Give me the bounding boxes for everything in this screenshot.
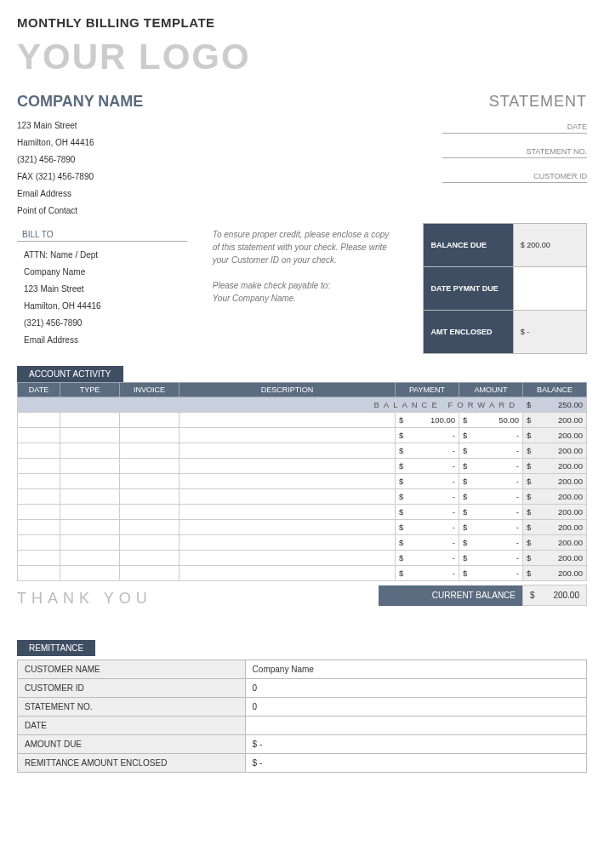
cell-type[interactable] <box>60 535 120 551</box>
cell-date[interactable] <box>18 428 60 443</box>
cell-invoice[interactable] <box>120 489 179 505</box>
remittance-value[interactable] <box>245 717 586 735</box>
cell-invoice[interactable] <box>120 413 179 428</box>
remittance-row: AMOUNT DUE$ - <box>18 735 587 754</box>
cell-description[interactable] <box>179 413 396 428</box>
cell-description[interactable] <box>179 443 396 459</box>
thank-you-text: THANK YOU <box>17 590 152 608</box>
cell-date[interactable] <box>18 413 60 428</box>
bill-to-header: BILL TO <box>17 228 187 242</box>
cell-description[interactable] <box>179 489 396 505</box>
amt-enclosed-label: AMT ENCLOSED <box>424 311 513 354</box>
cell-date[interactable] <box>18 520 60 535</box>
date-pymnt-due-label: DATE PYMNT DUE <box>424 267 513 311</box>
company-name-heading: COMPANY NAME <box>17 93 143 111</box>
cell-invoice[interactable] <box>120 520 179 535</box>
cell-invoice[interactable] <box>120 566 179 581</box>
cell-type[interactable] <box>60 505 120 520</box>
cell-description[interactable] <box>179 428 396 443</box>
cell-payment[interactable]: $- <box>396 459 459 474</box>
cell-amount[interactable]: $- <box>459 566 523 581</box>
cell-date[interactable] <box>18 551 60 566</box>
cell-amount[interactable]: $- <box>459 443 523 459</box>
balance-due-value: $ 200.00 <box>513 224 586 267</box>
cell-date[interactable] <box>18 566 60 581</box>
cell-amount[interactable]: $- <box>459 535 523 551</box>
remittance-table: CUSTOMER NAMECompany NameCUSTOMER ID0STA… <box>17 660 587 773</box>
col-amount: AMOUNT <box>459 383 523 397</box>
cell-payment[interactable]: $- <box>396 474 459 489</box>
remittance-row: CUSTOMER NAMECompany Name <box>18 660 587 679</box>
cell-invoice[interactable] <box>120 443 179 459</box>
cell-type[interactable] <box>60 551 120 566</box>
bill-to-line: 123 Main Street <box>24 281 191 298</box>
cell-description[interactable] <box>179 551 396 566</box>
cell-description[interactable] <box>179 520 396 535</box>
bill-to-line: ATTN: Name / Dept <box>24 247 191 264</box>
activity-table: DATE TYPE INVOICE DESCRIPTION PAYMENT AM… <box>17 382 587 581</box>
cell-description[interactable] <box>179 474 396 489</box>
activity-row: $-$-$200.00 <box>18 428 587 443</box>
remittance-row: STATEMENT NO.0 <box>18 698 587 717</box>
cell-type[interactable] <box>60 428 120 443</box>
remittance-value[interactable]: 0 <box>245 698 586 717</box>
cell-payment[interactable]: $- <box>396 489 459 505</box>
cell-payment[interactable]: $- <box>396 520 459 535</box>
date-pymnt-due-value[interactable] <box>513 267 586 311</box>
statement-heading: STATEMENT <box>442 93 587 111</box>
cell-amount[interactable]: $- <box>459 459 523 474</box>
cell-type[interactable] <box>60 474 120 489</box>
cell-date[interactable] <box>18 474 60 489</box>
cell-balance: $200.00 <box>523 505 587 520</box>
cell-description[interactable] <box>179 459 396 474</box>
remittance-value[interactable]: Company Name <box>245 660 586 679</box>
cell-amount[interactable]: $- <box>459 520 523 535</box>
cell-invoice[interactable] <box>120 474 179 489</box>
cell-amount[interactable]: $- <box>459 551 523 566</box>
instruction-line-3: Your Company Name. <box>213 292 393 305</box>
cell-type[interactable] <box>60 443 120 459</box>
balance-forward-label: BALANCE FORWARD <box>18 397 523 413</box>
cell-type[interactable] <box>60 489 120 505</box>
document-title: MONTHLY BILLING TEMPLATE <box>17 15 587 30</box>
cell-description[interactable] <box>179 505 396 520</box>
cell-payment[interactable]: $- <box>396 535 459 551</box>
remittance-value[interactable]: $ - <box>245 754 586 773</box>
cell-payment[interactable]: $- <box>396 428 459 443</box>
cell-invoice[interactable] <box>120 428 179 443</box>
cell-payment[interactable]: $- <box>396 551 459 566</box>
cell-payment[interactable]: $- <box>396 443 459 459</box>
cell-payment[interactable]: $- <box>396 566 459 581</box>
cell-type[interactable] <box>60 459 120 474</box>
activity-row: $-$-$200.00 <box>18 535 587 551</box>
cell-invoice[interactable] <box>120 535 179 551</box>
cell-type[interactable] <box>60 520 120 535</box>
cell-amount[interactable]: $- <box>459 474 523 489</box>
cell-date[interactable] <box>18 535 60 551</box>
cell-amount[interactable]: $- <box>459 428 523 443</box>
cell-date[interactable] <box>18 489 60 505</box>
cell-amount[interactable]: $- <box>459 489 523 505</box>
cell-balance: $200.00 <box>523 551 587 566</box>
cell-description[interactable] <box>179 566 396 581</box>
activity-row: $-$-$200.00 <box>18 551 587 566</box>
cell-balance: $200.00 <box>523 520 587 535</box>
payment-instructions: To ensure proper credit, please enclose … <box>213 223 393 354</box>
cell-date[interactable] <box>18 459 60 474</box>
cell-date[interactable] <box>18 505 60 520</box>
cell-invoice[interactable] <box>120 551 179 566</box>
cell-amount[interactable]: $- <box>459 505 523 520</box>
cell-payment[interactable]: $100.00 <box>396 413 459 428</box>
cell-type[interactable] <box>60 413 120 428</box>
remittance-value[interactable]: $ - <box>245 735 586 754</box>
cell-description[interactable] <box>179 535 396 551</box>
cell-payment[interactable]: $- <box>396 505 459 520</box>
cell-invoice[interactable] <box>120 459 179 474</box>
cell-amount[interactable]: $50.00 <box>459 413 523 428</box>
cell-date[interactable] <box>18 443 60 459</box>
company-info-line: 123 Main Street <box>17 117 143 134</box>
cell-type[interactable] <box>60 566 120 581</box>
amt-enclosed-value[interactable]: $ - <box>513 311 586 354</box>
remittance-value[interactable]: 0 <box>245 679 586 698</box>
cell-invoice[interactable] <box>120 505 179 520</box>
